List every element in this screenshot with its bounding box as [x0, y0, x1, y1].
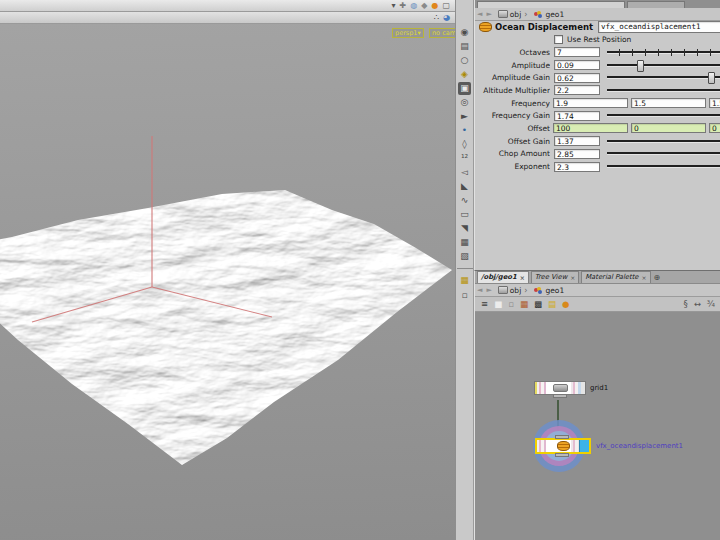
param-value-field[interactable]: 1.74 — [554, 111, 600, 121]
param-slider[interactable] — [607, 161, 720, 172]
param-row: Chop Amount2.85 — [475, 148, 720, 161]
param-value-field[interactable]: 100 — [553, 123, 628, 133]
param-value-field[interactable]: 2.85 — [554, 149, 600, 159]
param-label: Offset Gain — [475, 137, 550, 146]
pane-tab-strip-clipped — [475, 0, 720, 8]
color-palette-icon[interactable]: ▦ — [520, 299, 528, 309]
node-grid1[interactable] — [534, 381, 586, 395]
param-value-field[interactable]: 0 — [709, 123, 720, 133]
param-slider[interactable] — [607, 148, 720, 159]
secure-selection-icon[interactable]: ▣ — [458, 82, 471, 95]
viewport-side-toolbar: ◉▤○◈▣◎►•◊¹²◅◣∿▭◥▦▧▦▫ — [455, 0, 474, 540]
forward-arrow-icon[interactable]: ► — [486, 10, 491, 18]
corner-tool-icon[interactable]: ◣ — [456, 180, 473, 193]
node-input-stub[interactable] — [555, 435, 569, 439]
curve-tool-icon[interactable]: ∿ — [456, 194, 473, 207]
breadcrumb-geo1[interactable]: geo1 — [534, 286, 564, 295]
param-value-field[interactable]: 2.3 — [554, 162, 600, 172]
back-arrow-icon[interactable]: ◄ — [477, 10, 482, 18]
param-label: Offset — [475, 124, 550, 133]
forward-arrow-icon[interactable]: ► — [486, 286, 491, 294]
param-value-field[interactable]: 1.37 — [554, 136, 600, 146]
param-value-field[interactable]: 1.9 — [553, 98, 628, 108]
select-points-icon[interactable]: ∴ — [434, 13, 439, 23]
handles-icon[interactable]: ◎ — [456, 96, 473, 109]
param-slider[interactable] — [607, 136, 720, 147]
select-arrow-icon[interactable]: ► — [456, 110, 473, 123]
pane-split-dropdown-icon[interactable]: ▾ — [392, 1, 396, 11]
node-output-stub[interactable] — [555, 453, 569, 457]
node-vfx-oceandisplacement1[interactable] — [535, 438, 591, 454]
viewport-canvas — [0, 24, 455, 540]
geometry-cube-icon[interactable]: ◆ — [421, 1, 427, 11]
param-slider[interactable] — [607, 110, 720, 121]
network-canvas[interactable]: grid1 vfx_oceandisplacement1 — [475, 312, 720, 540]
ocean-surface-mesh[interactable] — [0, 190, 452, 465]
close-icon[interactable]: × — [642, 272, 647, 283]
back-arrow-icon[interactable]: ◄ — [477, 286, 482, 294]
fit-network-icon[interactable]: ↔ — [694, 299, 701, 309]
param-slider[interactable] — [607, 85, 720, 96]
mirror-tool-icon[interactable]: ◥ — [456, 222, 473, 235]
slider-handle[interactable] — [637, 60, 644, 72]
pin-pane-icon[interactable]: ✚ — [400, 1, 407, 11]
param-slider[interactable] — [607, 60, 720, 71]
pane-layout-icon[interactable]: ▦ — [456, 274, 473, 287]
shelf-tool-icon[interactable]: ◅ — [456, 166, 473, 179]
node-name-field[interactable]: vfx_oceandisplacement1 — [598, 21, 720, 33]
network-tab-tree-view[interactable]: Tree View× — [531, 271, 579, 283]
param-value-field[interactable]: 7 — [554, 47, 600, 57]
breadcrumb-obj[interactable]: obj — [498, 286, 521, 295]
param-slider[interactable] — [607, 72, 720, 83]
display-flag[interactable] — [579, 440, 589, 452]
pane-float-icon[interactable]: ▫ — [456, 289, 473, 302]
param-value-field[interactable]: 1.5 — [709, 98, 720, 108]
frame-count-icon[interactable]: ¹² — [456, 152, 473, 165]
world-space-icon[interactable]: ◍ — [410, 1, 417, 11]
camera-menu[interactable]: no cam▾ — [429, 28, 455, 38]
grid-tool-icon[interactable]: ▦ — [456, 236, 473, 249]
param-value-field[interactable]: 2.2 — [554, 85, 600, 95]
display-box-icon[interactable]: ■ — [494, 299, 502, 309]
snapshot-icon[interactable]: ▤ — [456, 40, 473, 53]
zoom-level-icon[interactable]: ¾ — [707, 299, 715, 309]
link-status-icon[interactable]: § — [683, 299, 687, 309]
visibility-icon[interactable]: ◉ — [456, 26, 473, 39]
use-rest-position-checkbox[interactable] — [554, 35, 563, 44]
param-value-field[interactable]: 0.62 — [554, 73, 600, 83]
sop-badge-icon[interactable]: ● — [562, 299, 569, 309]
param-row: Frequency Gain1.74 — [475, 109, 720, 122]
lock-icon[interactable]: ◈ — [456, 68, 473, 81]
param-label: Frequency — [475, 99, 550, 108]
snap-mode-icon[interactable]: ● — [431, 1, 438, 11]
clipped-tab[interactable] — [627, 1, 685, 8]
select-region-icon[interactable]: ▢ — [442, 1, 450, 11]
param-value-field[interactable]: 0.09 — [554, 60, 600, 70]
new-tab-icon[interactable]: ⊕ — [654, 272, 661, 283]
param-slider[interactable] — [607, 47, 720, 58]
bracket-tool-icon[interactable]: ▭ — [456, 208, 473, 221]
viewport-name-menu[interactable]: persp1▾ — [392, 28, 424, 38]
param-value-field[interactable]: 1.5 — [631, 98, 706, 108]
sticky-note-icon[interactable]: ▤ — [548, 299, 556, 309]
slider-handle[interactable] — [708, 72, 715, 84]
circle-tool-icon[interactable]: ○ — [456, 54, 473, 67]
param-row: Offset10000 — [475, 122, 720, 135]
close-icon[interactable]: × — [520, 272, 525, 283]
scene-viewport[interactable]: persp1▾ no cam▾ — [0, 24, 455, 540]
network-tab--obj-geo1[interactable]: /obj/geo1× — [477, 271, 529, 283]
help-globe-icon[interactable]: ◕ — [443, 13, 450, 23]
key-icon[interactable]: ◊ — [456, 138, 473, 151]
network-tab-material-palette[interactable]: Material Palette× — [581, 271, 650, 283]
node-output-stub[interactable] — [553, 394, 567, 398]
point-dot-icon[interactable]: • — [456, 124, 473, 137]
dark-grid-icon[interactable]: ▩ — [534, 299, 542, 309]
clipped-tab[interactable] — [477, 1, 625, 8]
connectivity-icon[interactable]: ≡ — [481, 299, 488, 309]
close-icon[interactable]: × — [570, 272, 575, 283]
small-box-icon[interactable]: ▫ — [508, 299, 514, 309]
breadcrumb-geo1[interactable]: geo1 — [534, 10, 564, 19]
breadcrumb-obj[interactable]: obj — [498, 10, 521, 19]
shade-tool-icon[interactable]: ▧ — [456, 250, 473, 263]
param-value-field[interactable]: 0 — [631, 123, 706, 133]
